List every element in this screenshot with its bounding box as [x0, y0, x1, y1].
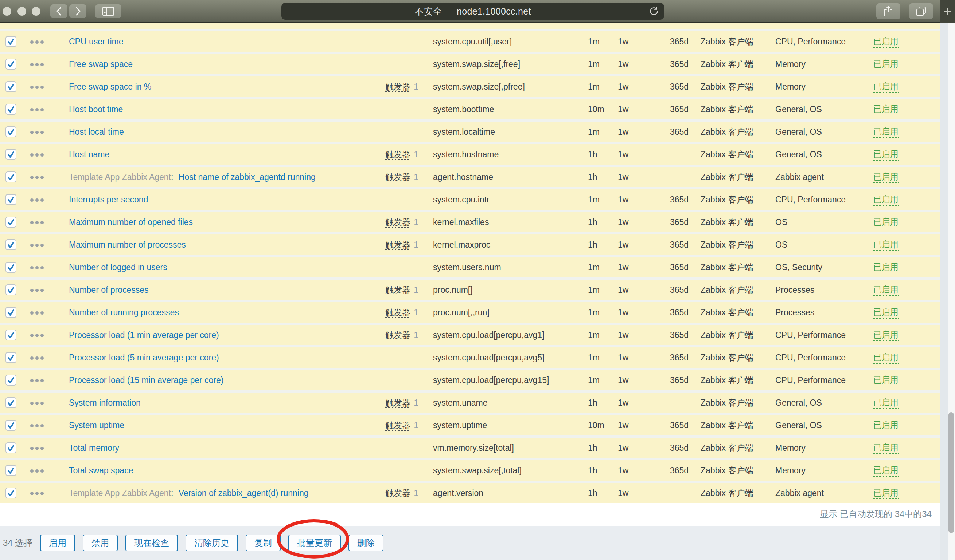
row-status-link[interactable]: 已启用 — [874, 216, 899, 228]
row-checkbox[interactable] — [5, 375, 16, 385]
row-checkbox[interactable] — [5, 420, 16, 431]
row-item-name-link[interactable]: Number of processes — [69, 285, 149, 295]
row-context-menu-icon[interactable] — [30, 63, 33, 66]
forward-button[interactable] — [69, 5, 86, 18]
row-item-name-link[interactable]: Interrupts per second — [69, 195, 148, 204]
row-status-link[interactable]: 已启用 — [874, 103, 899, 115]
tab-overview-button[interactable] — [909, 3, 933, 19]
row-checkbox[interactable] — [5, 262, 16, 273]
row-context-menu-icon[interactable] — [30, 176, 33, 179]
row-status-link[interactable]: 已启用 — [874, 374, 899, 386]
row-status-link[interactable]: 已启用 — [874, 194, 899, 206]
row-context-menu-icon[interactable] — [30, 131, 33, 134]
row-context-menu-icon[interactable] — [30, 86, 33, 89]
row-checkbox[interactable] — [5, 352, 16, 363]
sidebar-toggle-button[interactable] — [95, 5, 121, 18]
row-context-menu-icon[interactable] — [30, 356, 33, 360]
row-item-name-link[interactable]: Host name of zabbix_agentd running — [178, 172, 316, 182]
row-checkbox[interactable] — [5, 397, 16, 408]
row-item-name-link[interactable]: Host local time — [69, 127, 124, 137]
row-status-link[interactable]: 已启用 — [874, 148, 899, 161]
row-triggers-link[interactable]: 触发器 — [385, 217, 410, 228]
row-context-menu-icon[interactable] — [30, 470, 33, 473]
scrollbar-thumb[interactable] — [949, 412, 954, 533]
row-template-link[interactable]: Template App Zabbix Agent — [69, 488, 171, 498]
row-triggers-link[interactable]: 触发器 — [385, 421, 410, 431]
row-context-menu-icon[interactable] — [30, 198, 33, 202]
row-checkbox[interactable] — [5, 465, 16, 476]
row-checkbox[interactable] — [5, 149, 16, 160]
row-status-link[interactable]: 已启用 — [874, 397, 899, 409]
row-status-link[interactable]: 已启用 — [874, 487, 899, 499]
row-context-menu-icon[interactable] — [30, 221, 33, 224]
row-checkbox[interactable] — [5, 239, 16, 250]
row-status-link[interactable]: 已启用 — [874, 329, 899, 341]
delete-button[interactable]: 删除 — [349, 535, 384, 551]
row-context-menu-icon[interactable] — [30, 243, 33, 247]
row-item-name-link[interactable]: Host boot time — [69, 105, 123, 114]
row-item-name-link[interactable]: CPU user time — [69, 37, 124, 46]
row-checkbox[interactable] — [5, 126, 16, 137]
row-item-name-link[interactable]: Processor load (15 min average per core) — [69, 375, 224, 385]
share-button[interactable] — [876, 3, 900, 19]
row-context-menu-icon[interactable] — [30, 153, 33, 157]
row-item-name-link[interactable]: Number of logged in users — [69, 262, 167, 272]
window-close-button[interactable] — [3, 7, 11, 16]
row-item-name-link[interactable]: Processor load (5 min average per core) — [69, 353, 219, 362]
row-status-link[interactable]: 已启用 — [874, 171, 899, 183]
disable-button[interactable]: 禁用 — [83, 535, 118, 551]
row-triggers-link[interactable]: 触发器 — [385, 330, 410, 340]
new-tab-button[interactable] — [940, 0, 955, 23]
row-context-menu-icon[interactable] — [30, 379, 33, 382]
row-status-link[interactable]: 已启用 — [874, 36, 899, 48]
row-checkbox[interactable] — [5, 59, 16, 70]
row-context-menu-icon[interactable] — [30, 334, 33, 337]
clear-history-button[interactable]: 清除历史 — [186, 535, 238, 551]
row-item-name-link[interactable]: Total memory — [69, 443, 119, 452]
row-template-link[interactable]: Template App Zabbix Agent — [69, 172, 171, 182]
row-status-link[interactable]: 已启用 — [874, 81, 899, 93]
row-checkbox[interactable] — [5, 488, 16, 498]
row-status-link[interactable]: 已启用 — [874, 239, 899, 251]
row-triggers-link[interactable]: 触发器 — [385, 172, 410, 183]
row-context-menu-icon[interactable] — [30, 266, 33, 270]
copy-button[interactable]: 复制 — [246, 535, 281, 551]
row-context-menu-icon[interactable] — [30, 402, 33, 405]
row-checkbox[interactable] — [5, 81, 16, 92]
row-item-name-link[interactable]: Host name — [69, 150, 110, 159]
row-triggers-link[interactable]: 触发器 — [385, 488, 410, 498]
reload-icon[interactable] — [649, 6, 659, 16]
row-checkbox[interactable] — [5, 172, 16, 183]
row-checkbox[interactable] — [5, 442, 16, 453]
row-status-link[interactable]: 已启用 — [874, 58, 899, 70]
enable-button[interactable]: 启用 — [40, 535, 75, 551]
row-status-link[interactable]: 已启用 — [874, 465, 899, 477]
row-checkbox[interactable] — [5, 329, 16, 340]
row-item-name-link[interactable]: System uptime — [69, 421, 124, 430]
row-context-menu-icon[interactable] — [30, 492, 33, 495]
row-item-name-link[interactable]: System information — [69, 398, 141, 407]
row-context-menu-icon[interactable] — [30, 447, 33, 450]
row-item-name-link[interactable]: Free swap space — [69, 59, 133, 69]
row-context-menu-icon[interactable] — [30, 289, 33, 292]
row-context-menu-icon[interactable] — [30, 424, 33, 427]
row-item-name-link[interactable]: Free swap space in % — [69, 82, 151, 91]
row-status-link[interactable]: 已启用 — [874, 442, 899, 454]
row-item-name-link[interactable]: Total swap space — [69, 466, 133, 475]
row-status-link[interactable]: 已启用 — [874, 126, 899, 138]
row-checkbox[interactable] — [5, 36, 16, 47]
back-button[interactable] — [50, 5, 67, 18]
row-context-menu-icon[interactable] — [30, 311, 33, 315]
row-checkbox[interactable] — [5, 307, 16, 318]
row-checkbox[interactable] — [5, 284, 16, 295]
row-context-menu-icon[interactable] — [30, 41, 33, 44]
row-checkbox[interactable] — [5, 217, 16, 228]
window-minimize-button[interactable] — [17, 7, 26, 16]
row-triggers-link[interactable]: 触发器 — [385, 240, 410, 250]
row-triggers-link[interactable]: 触发器 — [385, 285, 410, 295]
row-triggers-link[interactable]: 触发器 — [385, 150, 410, 160]
address-bar[interactable]: 不安全 — node1.1000cc.net — [282, 3, 664, 20]
row-context-menu-icon[interactable] — [30, 108, 33, 111]
window-zoom-button[interactable] — [32, 7, 41, 16]
row-status-link[interactable]: 已启用 — [874, 307, 899, 318]
